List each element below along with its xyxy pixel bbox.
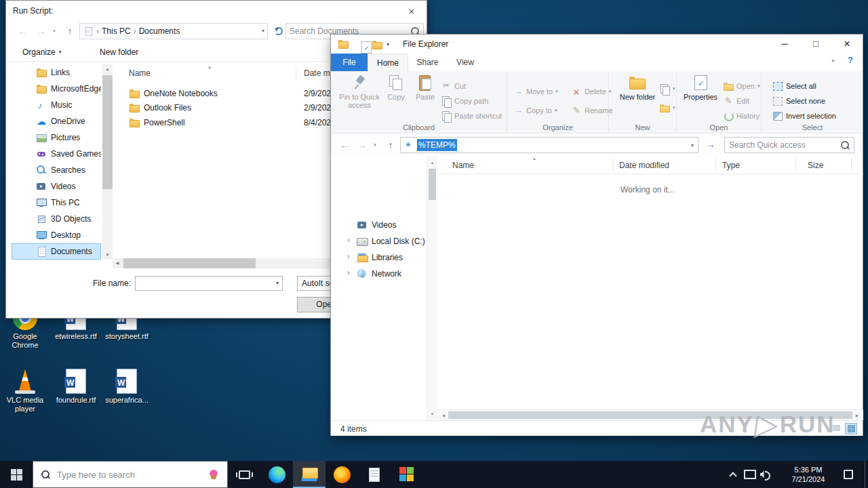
scrollbar-thumb[interactable] xyxy=(429,169,436,200)
chevron-down-icon[interactable] xyxy=(276,281,279,286)
column-separator[interactable] xyxy=(296,66,296,79)
sidebar-item-documents[interactable]: Documents xyxy=(12,243,101,260)
open-button[interactable]: Open xyxy=(723,79,760,92)
copy-path-button[interactable]: Copy path xyxy=(441,94,488,107)
show-desktop-button[interactable] xyxy=(865,461,868,488)
taskbar-file-explorer-button[interactable] xyxy=(293,461,326,488)
sidebar-item-pictures[interactable]: Pictures xyxy=(12,129,101,146)
chevron-down-icon[interactable] xyxy=(691,143,694,148)
sidebar-item-searches[interactable]: Searches xyxy=(12,162,101,178)
scrollbar-thumb[interactable] xyxy=(448,411,852,419)
close-button[interactable] xyxy=(398,3,425,20)
column-header-date-modified[interactable]: Date modified xyxy=(619,161,669,170)
column-header-name[interactable]: Name xyxy=(452,161,474,170)
file-name-input[interactable] xyxy=(136,279,276,288)
tray-network-button[interactable] xyxy=(742,461,757,488)
scroll-up-button[interactable] xyxy=(427,158,437,167)
edit-button[interactable]: Edit xyxy=(723,94,749,107)
back-button[interactable] xyxy=(14,24,31,39)
recent-locations-button[interactable] xyxy=(50,24,59,39)
qat-new-folder-button[interactable] xyxy=(372,39,382,52)
invert-selection-button[interactable]: Invert selection xyxy=(772,109,836,122)
scroll-left-button[interactable] xyxy=(439,410,448,421)
desktop-icon-vlc[interactable]: VLC media player xyxy=(0,367,50,413)
large-icons-view-button[interactable] xyxy=(845,423,857,434)
sidebar-item-microsoftedgeb[interactable]: MicrosoftEdgeB xyxy=(12,81,101,97)
rename-button[interactable]: Rename xyxy=(571,104,613,117)
breadcrumb-item-documents[interactable]: Documents xyxy=(139,26,180,36)
copy-button[interactable]: Copy xyxy=(382,74,410,101)
tab-share[interactable]: Share xyxy=(408,54,447,71)
go-button[interactable] xyxy=(703,137,719,153)
move-to-button[interactable]: Move to xyxy=(513,85,558,98)
tree-item-network[interactable]: Network xyxy=(331,266,427,282)
qat-customize-button[interactable] xyxy=(387,42,389,47)
navigation-pane-scrollbar[interactable] xyxy=(427,157,437,420)
forward-button[interactable] xyxy=(33,24,50,39)
taskbar-search-box[interactable] xyxy=(33,461,228,488)
sidebar-item-links[interactable]: Links xyxy=(12,64,101,81)
taskbar-search-input[interactable] xyxy=(57,470,201,480)
pin-to-quick-access-button[interactable]: Pin to Quick access xyxy=(339,74,380,109)
scroll-left-button[interactable] xyxy=(113,258,122,268)
sidebar-item-desktop[interactable]: Desktop xyxy=(12,227,101,243)
scrollbar-thumb[interactable] xyxy=(123,258,256,268)
collapse-ribbon-button[interactable] xyxy=(831,58,835,62)
column-header-name[interactable]: Name xyxy=(129,68,151,78)
delete-button[interactable]: Delete xyxy=(571,85,611,98)
taskbar-app-button[interactable] xyxy=(391,461,423,488)
tab-home[interactable]: Home xyxy=(368,54,408,71)
desktop-icon-superafrica[interactable]: superafrica... xyxy=(102,367,152,405)
details-view-button[interactable] xyxy=(830,423,842,434)
up-button[interactable] xyxy=(382,137,399,153)
copy-to-button[interactable]: Copy to xyxy=(513,104,557,117)
file-name-combobox[interactable] xyxy=(135,276,283,291)
new-folder-button[interactable]: New folder xyxy=(100,47,138,57)
tab-file[interactable]: File xyxy=(331,54,368,71)
paste-shortcut-button[interactable]: Paste shortcut xyxy=(441,109,502,122)
recent-locations-button[interactable] xyxy=(370,137,380,153)
breadcrumb[interactable]: This PC Documents xyxy=(79,23,268,39)
tray-volume-button[interactable] xyxy=(758,461,773,488)
scroll-right-button[interactable] xyxy=(852,410,862,421)
sidebar-item-3d-objects[interactable]: 3D Objects xyxy=(12,211,101,227)
cut-button[interactable]: Cut xyxy=(441,79,466,92)
taskbar-edge-button[interactable] xyxy=(260,461,293,488)
chevron-down-icon[interactable] xyxy=(262,28,264,34)
taskbar-notepad-button[interactable] xyxy=(358,461,391,488)
search-highlights-icon[interactable] xyxy=(208,469,219,480)
refresh-button[interactable] xyxy=(271,23,287,39)
properties-button[interactable]: Properties xyxy=(681,74,720,101)
qat-properties-button[interactable] xyxy=(359,41,368,49)
sidebar-item-music[interactable]: Music xyxy=(12,97,101,113)
sidebar-item-videos[interactable]: Videos xyxy=(12,178,101,195)
start-button[interactable] xyxy=(0,461,33,488)
explorer-search-box[interactable] xyxy=(724,137,854,153)
explorer-search-input[interactable] xyxy=(729,140,841,150)
explorer-window-icon[interactable] xyxy=(338,39,349,49)
scroll-up-button[interactable] xyxy=(102,64,113,74)
up-button[interactable] xyxy=(62,24,78,39)
tab-view[interactable]: View xyxy=(447,54,484,71)
tree-item-libraries[interactable]: Libraries xyxy=(331,249,427,266)
column-header-type[interactable]: Type xyxy=(722,161,740,170)
maximize-button[interactable] xyxy=(800,35,831,54)
taskbar-firefox-button[interactable] xyxy=(326,461,358,488)
paste-button[interactable]: Paste xyxy=(411,74,439,101)
list-horizontal-scrollbar[interactable] xyxy=(437,409,863,420)
new-item-button[interactable] xyxy=(659,82,675,95)
organize-button[interactable]: Organize xyxy=(22,47,62,57)
column-separator[interactable] xyxy=(851,159,852,171)
desktop-icon-foundrule[interactable]: foundrule.rtf xyxy=(51,367,101,405)
expand-chevron-icon[interactable] xyxy=(347,268,350,277)
forward-button[interactable] xyxy=(354,137,370,153)
tree-item-local-disk-c[interactable]: Local Disk (C:) xyxy=(331,233,427,249)
task-view-button[interactable] xyxy=(228,461,260,488)
sidebar-item-onedrive[interactable]: OneDrive xyxy=(12,113,101,129)
column-separator[interactable] xyxy=(612,159,613,171)
expand-chevron-icon[interactable] xyxy=(347,252,350,260)
address-input-selected-text[interactable]: %TEMP% xyxy=(417,139,457,151)
sidebar-scrollbar[interactable] xyxy=(102,64,113,260)
scrollbar-thumb[interactable] xyxy=(102,75,113,189)
scroll-down-button[interactable] xyxy=(427,409,437,419)
